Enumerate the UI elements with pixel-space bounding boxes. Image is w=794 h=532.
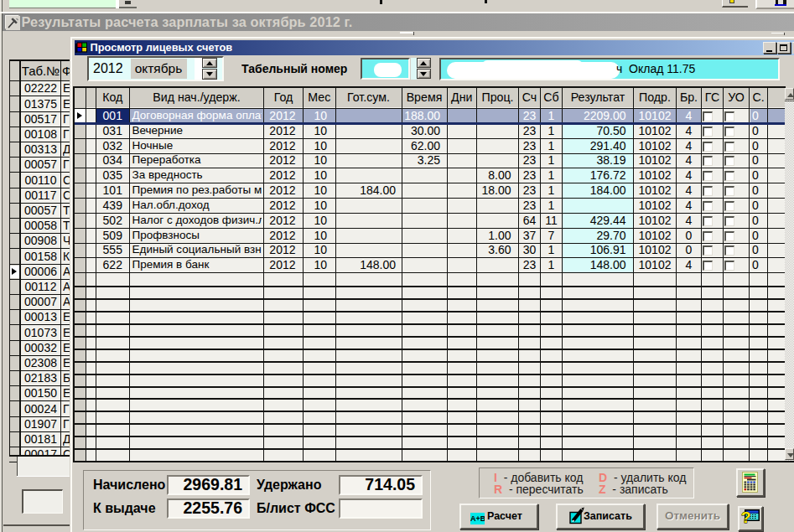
svg-text:?: ?: [741, 509, 751, 526]
